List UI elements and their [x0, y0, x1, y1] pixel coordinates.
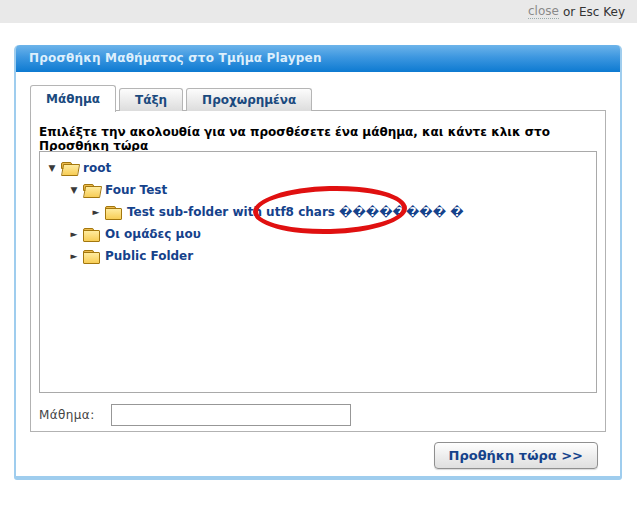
tree-item[interactable]: ► Public Folder — [40, 245, 596, 267]
expand-toggle-icon[interactable]: ▼ — [46, 163, 58, 173]
course-field-row: Μάθημα: — [39, 404, 351, 426]
add-now-button[interactable]: Προθήκη τώρα >> — [434, 442, 598, 469]
tab-class[interactable]: Τάξη — [119, 88, 183, 111]
tab-advanced[interactable]: Προχωρημένα — [186, 88, 312, 111]
tree-item-label: root — [83, 161, 111, 175]
tree-item-label: Test sub-folder with utf8 chars ��������… — [127, 205, 464, 219]
page: close or Esc Key Προσθήκη Μαθήματος στο … — [0, 0, 637, 518]
tree-item-label: Οι ομάδες μου — [105, 227, 201, 241]
esc-key-hint: or Esc Key — [563, 5, 625, 19]
tree-item[interactable]: ► Οι ομάδες μου — [40, 223, 596, 245]
instruction-text: Επιλέξτε την ακολουθία για να προσθέσετε… — [39, 125, 605, 153]
tree-item[interactable]: ▼ root — [40, 157, 596, 179]
expand-toggle-icon[interactable]: ► — [68, 251, 80, 261]
expand-toggle-icon[interactable]: ► — [90, 207, 102, 217]
tab-label: Προχωρημένα — [202, 93, 296, 107]
folder-icon — [60, 161, 78, 175]
folder-icon — [104, 205, 122, 219]
close-link[interactable]: close — [528, 4, 559, 19]
tree-item-label: Public Folder — [105, 249, 193, 263]
tab-content-panel: Επιλέξτε την ακολουθία για να προσθέσετε… — [30, 110, 606, 432]
course-name-input[interactable] — [111, 404, 351, 426]
tab-label: Μάθημα — [46, 92, 100, 106]
tab-course[interactable]: Μάθημα — [30, 85, 116, 112]
course-field-label: Μάθημα: — [39, 408, 95, 422]
tree-item[interactable]: ► Test sub-folder with utf8 chars ������… — [40, 201, 596, 223]
expand-toggle-icon[interactable]: ► — [68, 229, 80, 239]
add-course-dialog: Προσθήκη Μαθήματος στο Τμήμα Playpen Μάθ… — [14, 45, 622, 480]
expand-toggle-icon[interactable]: ▼ — [68, 185, 80, 195]
folder-icon — [82, 183, 100, 197]
dialog-title: Προσθήκη Μαθήματος στο Τμήμα Playpen — [16, 45, 620, 72]
lightbox-topbar: close or Esc Key — [0, 0, 637, 23]
tree-item-label: Four Test — [105, 183, 167, 197]
tab-label: Τάξη — [135, 93, 167, 107]
tree-item[interactable]: ▼ Four Test — [40, 179, 596, 201]
dialog-body: Μάθημα Τάξη Προχωρημένα Επιλέξτε την ακο… — [16, 72, 620, 476]
folder-icon — [82, 249, 100, 263]
folder-tree: ▼ root ▼ Four Test ► Test sub-folder wit… — [39, 151, 597, 393]
folder-icon — [82, 227, 100, 241]
tab-bar: Μάθημα Τάξη Προχωρημένα — [30, 84, 315, 111]
